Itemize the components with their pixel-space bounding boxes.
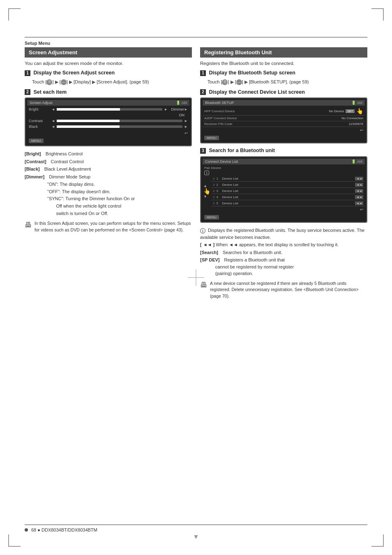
page-header: Setup Menu: [25, 37, 367, 46]
cd-return-row: ↩: [203, 206, 365, 213]
page-bottom-arrow: ▼: [193, 533, 199, 541]
step1-label-right: Display the Bluetooth Setup screen: [209, 70, 295, 76]
on-row: ON: [27, 113, 189, 118]
step3-title-right: 3 Search for a Bluetooth unit: [200, 148, 367, 154]
bt-return-row: ↩: [203, 127, 365, 133]
step1-badge-right: 1: [200, 70, 206, 76]
cd-title-bar: Connect Device List 🔋 AM: [203, 159, 365, 164]
bright-row: Bright ◄ ► Dimmer ►: [27, 107, 189, 112]
music-icon-1: ♪: [213, 176, 215, 180]
black-slider: [57, 125, 182, 128]
menu-icon-left: ☰: [46, 79, 52, 85]
cd-idx-2: 2: [217, 183, 221, 187]
cd-row-1: ♪ 1 Device List ◄◄: [211, 176, 365, 182]
cd-idx-5: 5: [217, 201, 221, 205]
connect-device-list-mockup: Connect Device List 🔋 AM Pair Device 1 ▲…: [200, 156, 367, 223]
desc-list-left: [Bright] Brightness Control [Contrast] C…: [25, 150, 192, 217]
cd-name-1: Device List: [222, 177, 354, 180]
desc-circle-1: 1 Displays the registered Bluetooth unit…: [200, 227, 367, 240]
bt-menu-btn: MENU: [204, 136, 219, 140]
down-arrow[interactable]: ▼: [203, 194, 210, 199]
menu-btn-left: MENU: [29, 139, 44, 143]
set-btn[interactable]: SET: [346, 109, 355, 113]
hfp-value: No Device: [329, 109, 344, 113]
page-header-text: Setup Menu: [25, 41, 50, 46]
hand-icon: 👆: [356, 108, 363, 114]
cd-menu-btn: MENU: [204, 215, 219, 220]
desc-contrast: [Contrast] Contrast Control: [25, 158, 192, 165]
return-icon: ↩: [184, 131, 188, 135]
cd-num-badge: 1: [204, 171, 209, 175]
footer-circle: [25, 528, 28, 532]
step1-title-left: 1 Display the Screen Adjust screen: [25, 70, 192, 76]
footer-text: 68 ● DDX8034BT/DDX8034BTM: [31, 527, 97, 532]
pin-value: 12345678: [348, 122, 363, 126]
black-label: Black: [29, 125, 51, 129]
note-icon-right: 🖶: [200, 281, 208, 289]
cd-icons: 🔋 AM: [351, 160, 362, 164]
cd-name-2: Device List: [222, 183, 354, 187]
screen-icons-left: 🔋 AM: [176, 101, 187, 105]
screen-adjust-title: Screen Adjust: [30, 101, 53, 105]
cd-title: Connect Device List: [205, 160, 238, 164]
desc-black: [Black] Black Level Adjustment: [25, 166, 192, 173]
step2-badge-right: 2: [200, 89, 206, 95]
cd-return-icon: ↩: [360, 207, 363, 212]
cd-subtitle: Pair Device: [203, 166, 365, 170]
cd-btn-3[interactable]: ◄◄: [355, 189, 363, 193]
left-column: Screen Adjustment You can adjust the scr…: [25, 47, 192, 300]
note-icon-left: 🖶: [25, 221, 32, 229]
step2-badge-left: 2: [25, 89, 30, 95]
hfp-row: HFP Connect Device No Device SET 👆: [203, 107, 365, 116]
music-icon-5: ♪: [213, 201, 215, 205]
step3-label-right: Search for a Bluetooth unit: [209, 148, 274, 153]
cd-btn-5[interactable]: ◄◄: [355, 201, 363, 205]
cd-menu-row: MENU: [203, 213, 365, 220]
step3-badge-right: 3: [200, 148, 206, 154]
cd-num-row: 1: [203, 170, 365, 176]
screen-title-bar-left: Screen Adjust 🔋 AM: [27, 100, 189, 106]
screen-adjust-mockup: Screen Adjust 🔋 AM Bright ◄ ► Dimmer ► O…: [25, 97, 192, 146]
bluetooth-intro: Registers the Bluetooth unit to be conne…: [200, 61, 367, 66]
bluetooth-setup-mockup: Bluetooth SETUP 🔋 AM HFP Connect Device …: [200, 97, 367, 143]
cd-btn-1[interactable]: ◄◄: [355, 177, 363, 180]
cd-idx-3: 3: [217, 189, 221, 193]
cd-rows-list: ♪ 1 Device List ◄◄ ♪ 2 Device List ◄◄ ♪ …: [211, 176, 365, 206]
desc-spdev: [SP DEV] Registers a Bluetooth unit that…: [200, 257, 367, 277]
dimmer-label: Dimmer: [168, 107, 184, 111]
screen-adjustment-header: Screen Adjustment: [25, 47, 192, 58]
bright-label: Bright: [29, 107, 51, 111]
cd-row-2: ♪ 2 Device List ◄◄: [211, 182, 365, 188]
circle-num-1: 1: [200, 228, 205, 234]
cd-device-section: ▲ 👆 ▼ ♪ 1 Device List ◄◄ ♪ 2 Device List: [203, 176, 365, 206]
step2-title-right: 2 Display the Connect Device List screen: [200, 89, 367, 95]
step1-body-right: Touch [☰] ▶ [—] ▶ [Bluetooth SETUP]. (pa…: [208, 79, 367, 86]
step1-badge-left: 1: [25, 70, 30, 76]
screen-adjustment-intro: You can adjust the screen mode of the mo…: [25, 61, 192, 66]
dimmer-off: "OFF": The display doesn't dim.: [47, 188, 192, 196]
step1-body-left: Touch [☰] ▶ [—] ▶ [Display] ▶ [Screen Ad…: [32, 79, 192, 86]
cd-name-5: Device List: [222, 201, 354, 205]
pin-row: Receiver PIN Code 12345678: [203, 121, 365, 127]
bt-screen-icons: 🔋 AM: [351, 101, 362, 105]
step1-title-right: 1 Display the Bluetooth Setup screen: [200, 70, 367, 76]
cd-btn-2[interactable]: ◄◄: [355, 183, 363, 187]
menu-icon-right: ☰: [222, 79, 228, 85]
hand-icon-cd: 👆: [203, 188, 210, 194]
step1-label-left: Display the Screen Adjust screen: [33, 70, 115, 76]
cd-idx-1: 1: [217, 177, 221, 180]
a2dp-value: No Connection: [341, 116, 363, 120]
main-content: Screen Adjustment You can adjust the scr…: [25, 47, 367, 300]
note-left: 🖶 In this Screen Adjust screen, you can …: [25, 220, 192, 234]
up-arrow[interactable]: ▲: [203, 184, 210, 188]
note-text-right: A new device cannot be registered if the…: [210, 280, 367, 300]
desc-bright: [Bright] Brightness Control: [25, 150, 192, 157]
contrast-row: Contrast ◄ ►: [27, 118, 189, 123]
dimmer-sync: "SYNC": Turning the Dimmer function On o…: [47, 195, 192, 217]
cd-name-4: Device List: [222, 195, 354, 199]
corner-mark-tl: [8, 8, 21, 21]
cd-btn-4[interactable]: ◄◄: [355, 195, 363, 199]
cd-row-4: ♪ 4 Device List ◄◄: [211, 194, 365, 200]
desc-list-right: 1 Displays the registered Bluetooth unit…: [200, 227, 367, 277]
step2-label-right: Display the Connect Device List screen: [209, 89, 304, 95]
